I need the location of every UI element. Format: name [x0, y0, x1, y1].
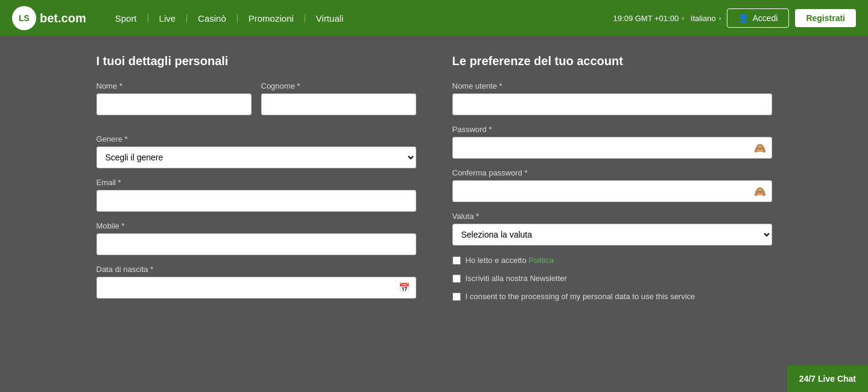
main-nav: Sport Live Casinò Promozioni Virtuali — [104, 14, 355, 23]
accedi-button[interactable]: 👤 Accedi — [727, 8, 789, 28]
checkbox-newsletter-group: Iscriviti alla nostra Newsletter — [452, 273, 772, 284]
data-nascita-label: Data di nascita * — [97, 265, 416, 274]
nome-cognome-row: Nome * Cognome * — [97, 81, 416, 125]
password-eye-icon[interactable]: 🙈 — [754, 142, 766, 154]
time-chevron-icon[interactable]: › — [682, 14, 684, 22]
checkbox-newsletter[interactable] — [452, 274, 461, 283]
conferma-password-input[interactable] — [452, 180, 772, 202]
header-time-info: 19:09 GMT +01:00 › Italiano › — [613, 14, 721, 23]
nome-utente-label: Nome utente * — [452, 81, 772, 90]
personal-section: I tuoi dettagli personali Nome * Cognome… — [97, 54, 416, 310]
data-nascita-group: Data di nascita * 📅 — [97, 265, 416, 299]
nome-group: Nome * — [97, 81, 252, 115]
logo-icon: LS — [12, 6, 36, 30]
personal-section-title: I tuoi dettagli personali — [97, 54, 416, 68]
genere-select[interactable]: Scegli il genere Maschio Femmina — [97, 147, 416, 168]
checkbox-consent-label: I consent to the processing of my person… — [466, 291, 695, 302]
checkbox-consent-group: I consent to the processing of my person… — [452, 291, 772, 302]
conferma-password-eye-icon[interactable]: 🙈 — [754, 186, 766, 197]
cognome-label: Cognome * — [261, 81, 416, 90]
data-nascita-input[interactable] — [97, 277, 416, 299]
main-content: I tuoi dettagli personali Nome * Cognome… — [72, 36, 796, 328]
nav-promozioni[interactable]: Promozioni — [238, 14, 305, 23]
checkbox-newsletter-label: Iscriviti alla nostra Newsletter — [466, 273, 567, 284]
conferma-password-label: Conferma password * — [452, 168, 772, 177]
password-input-wrap: 🙈 — [452, 137, 772, 159]
language-display: Italiano — [691, 14, 716, 23]
nome-label: Nome * — [97, 81, 252, 90]
live-chat-button[interactable]: 24/7 Live Chat — [787, 365, 868, 392]
valuta-group: Valuta * Seleziona la valuta EUR USD — [452, 212, 772, 245]
password-input[interactable] — [452, 137, 772, 159]
valuta-select[interactable]: Seleziona la valuta EUR USD — [452, 224, 772, 245]
account-section-title: Le preferenze del tuo account — [452, 54, 772, 68]
checkbox-consent[interactable] — [452, 292, 461, 301]
email-input[interactable] — [97, 190, 416, 212]
header-left: LS bet.com Sport Live Casinò Promozioni … — [12, 6, 354, 30]
checkbox-politica-group: Ho letto e accetto Politica — [452, 255, 772, 266]
registrati-button[interactable]: Registrati — [795, 9, 856, 27]
valuta-label: Valuta * — [452, 212, 772, 221]
nome-utente-group: Nome utente * — [452, 81, 772, 115]
nome-utente-input[interactable] — [452, 93, 772, 115]
time-display: 19:09 GMT +01:00 — [613, 14, 679, 23]
conferma-password-group: Conferma password * 🙈 — [452, 168, 772, 202]
password-label: Password * — [452, 125, 772, 134]
conferma-password-input-wrap: 🙈 — [452, 180, 772, 202]
nav-sport[interactable]: Sport — [104, 14, 148, 23]
email-label: Email * — [97, 178, 416, 187]
header: LS bet.com Sport Live Casinò Promozioni … — [0, 0, 868, 36]
checkbox-politica[interactable] — [452, 256, 461, 265]
mobile-group: Mobile * — [97, 221, 416, 255]
account-section: Le preferenze del tuo account Nome utent… — [452, 54, 772, 310]
cognome-group: Cognome * — [261, 81, 416, 115]
nav-live[interactable]: Live — [148, 14, 188, 23]
mobile-label: Mobile * — [97, 221, 416, 230]
genere-label: Genere * — [97, 134, 416, 144]
genere-group: Genere * Scegli il genere Maschio Femmin… — [97, 134, 416, 168]
checkbox-politica-label: Ho letto e accetto Politica — [466, 255, 554, 266]
cognome-input[interactable] — [261, 93, 416, 115]
mobile-input[interactable] — [97, 233, 416, 255]
nome-input[interactable] — [97, 93, 252, 115]
user-icon: 👤 — [738, 13, 749, 23]
date-input-wrap: 📅 — [97, 277, 416, 299]
header-right: 19:09 GMT +01:00 › Italiano › 👤 Accedi R… — [613, 8, 856, 28]
politica-link[interactable]: Politica — [528, 256, 554, 265]
form-container: I tuoi dettagli personali Nome * Cognome… — [97, 54, 772, 310]
email-group: Email * — [97, 178, 416, 212]
logo[interactable]: LS bet.com — [12, 6, 86, 30]
nav-virtuali[interactable]: Virtuali — [305, 14, 355, 23]
logo-domain: bet.com — [40, 11, 86, 25]
nav-casino[interactable]: Casinò — [187, 14, 238, 23]
language-chevron-icon[interactable]: › — [719, 14, 721, 22]
password-group: Password * 🙈 — [452, 125, 772, 159]
calendar-icon: 📅 — [399, 282, 410, 293]
